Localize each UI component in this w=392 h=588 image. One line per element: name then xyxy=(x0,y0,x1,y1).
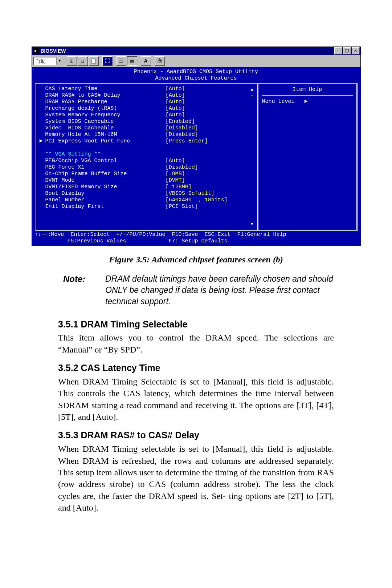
section-3-5-1-heading: 3.5.1 DRAM Timing Selectable xyxy=(58,318,334,331)
setting-row[interactable]: CAS Latency Time [Auto] xyxy=(40,86,254,92)
select-icon[interactable]: ◫ xyxy=(67,56,77,66)
app-icon: ◧ xyxy=(33,48,39,54)
document-body: Figure 3.5: Advanced chipset features sc… xyxy=(58,254,334,514)
setting-value: [ 128MB] xyxy=(166,184,254,190)
setting-value: [VBIOS Default] xyxy=(166,190,254,197)
setting-label: PEG Force X1 xyxy=(45,164,166,171)
setting-value: [Auto] xyxy=(166,86,254,92)
section-3-5-3-body: When DRAM Timing selectable is set to [M… xyxy=(58,443,334,514)
bios-settings-pane: CAS Latency Time [Auto]DRAM RAS# to CAS#… xyxy=(36,84,258,230)
close-button[interactable]: × xyxy=(352,47,360,55)
toolbar: 自動 ▼ ◫ ❏ 📋 ⛶ ☰ ▤ A 漢 xyxy=(32,55,360,67)
font-icon[interactable]: A xyxy=(141,56,151,66)
setting-value: [Disabled] xyxy=(166,132,254,138)
copy-icon[interactable]: ❏ xyxy=(78,56,88,66)
setting-value: [Auto] xyxy=(166,112,254,118)
setting-label: PEG/Onchip VGA Control xyxy=(45,158,166,164)
setting-value: [Disabled] xyxy=(166,125,254,132)
setting-row[interactable]: DRAM RAS# to CAS# Delay [Auto] xyxy=(40,92,254,99)
setting-value: [Press Enter] xyxy=(166,138,254,145)
section-3-5-3-heading: 3.5.3 DRAM RAS# to CAS# Delay xyxy=(58,429,334,442)
font-combo[interactable]: 自動 ▼ xyxy=(33,57,63,65)
setting-label: DRAM RAS# Precharge xyxy=(45,99,166,105)
setting-value: [Auto] xyxy=(166,158,254,164)
setting-label: CAS Latency Time xyxy=(45,86,166,92)
scroll-up-icon[interactable]: ▲≡ xyxy=(251,86,256,100)
setting-label: DRAM RAS# to CAS# Delay xyxy=(45,92,166,99)
setting-value: [Auto] xyxy=(166,92,254,99)
titlebar: ◧ BIOSVIEW _ ❐ × xyxy=(32,47,360,55)
help-pane: Item Help Menu Level ► xyxy=(258,84,356,230)
setting-value: [PCI Slot] xyxy=(166,204,254,210)
setting-label: Video BIOS Cacheable xyxy=(45,125,166,132)
maximize-button[interactable]: ❐ xyxy=(343,47,351,55)
paste-icon[interactable]: 📋 xyxy=(89,56,99,66)
scroll-column: ▲≡ ▼ xyxy=(251,86,256,227)
section-3-5-2-heading: 3.5.2 CAS Latency Time xyxy=(58,362,334,374)
setting-value: [DVMT] xyxy=(166,177,254,184)
setting-row[interactable]: On-Chip Frame Buffer Size [ 8MB] xyxy=(40,171,254,177)
setting-row[interactable]: Panel Number [640X480 , 18bits] xyxy=(40,197,254,204)
section-3-5-1-body: This item allows you to control the DRAM… xyxy=(58,332,334,355)
settings-table: CAS Latency Time [Auto]DRAM RAS# to CAS#… xyxy=(40,86,254,210)
setting-row[interactable]: Precharge dealy (tRAS) [Auto] xyxy=(40,105,254,112)
setting-row[interactable]: Video BIOS Cacheable [Disabled] xyxy=(40,125,254,132)
page: ◧ BIOSVIEW _ ❐ × 自動 ▼ ◫ ❏ 📋 ⛶ ☰ ▤ A 漢 xyxy=(0,0,392,588)
setting-label: On-Chip Frame Buffer Size xyxy=(45,171,166,177)
setting-row[interactable]: System Memory Frequency [Auto] xyxy=(40,112,254,118)
setting-label: DVMT Mode xyxy=(45,177,166,184)
setting-row[interactable]: DVMT/FIXED Memory Size [ 128MB] xyxy=(40,184,254,190)
section-3-5-2-body: When DRAM Timing Selectable is set to [M… xyxy=(58,376,334,423)
note-block: Note: DRAM default timings have been car… xyxy=(63,273,334,307)
setting-label: Init Display First xyxy=(45,204,166,210)
note-text: DRAM default timings have been carefully… xyxy=(105,273,334,307)
setting-row[interactable]: PEG Force X1 [Disabled] xyxy=(40,164,254,171)
setting-label: Memory Hole At 15M-16M xyxy=(45,132,166,138)
bios-window: ◧ BIOSVIEW _ ❐ × 自動 ▼ ◫ ❏ 📋 ⛶ ☰ ▤ A 漢 xyxy=(32,47,361,246)
setting-row[interactable]: PEG/Onchip VGA Control [Auto] xyxy=(40,158,254,164)
setting-label: Panel Number xyxy=(45,197,166,204)
setting-row[interactable]: Init Display First [PCI Slot] xyxy=(40,204,254,210)
vga-section-header: ** VGA Setting ** xyxy=(45,151,254,158)
bios-header: Phoenix - AwardBIOS CMOS Setup Utility A… xyxy=(35,69,358,82)
setting-value: [Auto] xyxy=(166,105,254,112)
bios-footer: ↑↓→←:Move Enter:Select +/-/PU/PD:Value F… xyxy=(35,231,358,245)
setting-label: Precharge dealy (tRAS) xyxy=(45,105,166,112)
setting-label: Boot Display xyxy=(45,190,166,197)
setting-row[interactable]: System BIOS Cacheable [Enabled] xyxy=(40,118,254,125)
setting-label: PCI Express Root Port Func xyxy=(45,138,166,145)
setting-value: [ 8MB] xyxy=(166,171,254,177)
chevron-down-icon[interactable]: ▼ xyxy=(57,57,63,65)
setting-value: [640X480 , 18bits] xyxy=(166,197,254,204)
item-help-header: Item Help xyxy=(262,86,353,96)
setting-label: System BIOS Cacheable xyxy=(45,118,166,125)
setting-label: System Memory Frequency xyxy=(45,112,166,118)
bios-body: Phoenix - AwardBIOS CMOS Setup Utility A… xyxy=(32,67,360,245)
window-title: BIOSVIEW xyxy=(41,48,334,54)
setting-value: [Disabled] xyxy=(166,164,254,171)
figure-caption: Figure 3.5: Advanced chipset features sc… xyxy=(58,254,334,265)
background-icon[interactable]: ▤ xyxy=(127,56,137,66)
fullscreen-icon[interactable]: ⛶ xyxy=(102,56,113,66)
setting-value: [Auto] xyxy=(166,99,254,105)
bios-frame: CAS Latency Time [Auto]DRAM RAS# to CAS#… xyxy=(35,83,358,231)
scroll-down-icon[interactable]: ▼ xyxy=(251,221,256,227)
setting-row[interactable]: DRAM RAS# Precharge [Auto] xyxy=(40,99,254,105)
ime-icon[interactable]: 漢 xyxy=(155,56,165,66)
setting-value: [Enabled] xyxy=(166,118,254,125)
setting-label: DVMT/FIXED Memory Size xyxy=(45,184,166,190)
menu-level: Menu Level ► xyxy=(262,96,353,105)
setting-row[interactable]: DVMT Mode [DVMT] xyxy=(40,177,254,184)
setting-row[interactable]: ►PCI Express Root Port Func[Press Enter] xyxy=(40,138,254,145)
minimize-button[interactable]: _ xyxy=(334,47,342,55)
setting-row[interactable]: Boot Display [VBIOS Default] xyxy=(40,190,254,197)
note-label: Note: xyxy=(63,273,92,307)
properties-icon[interactable]: ☰ xyxy=(116,56,126,66)
setting-row[interactable]: Memory Hole At 15M-16M [Disabled] xyxy=(40,132,254,138)
